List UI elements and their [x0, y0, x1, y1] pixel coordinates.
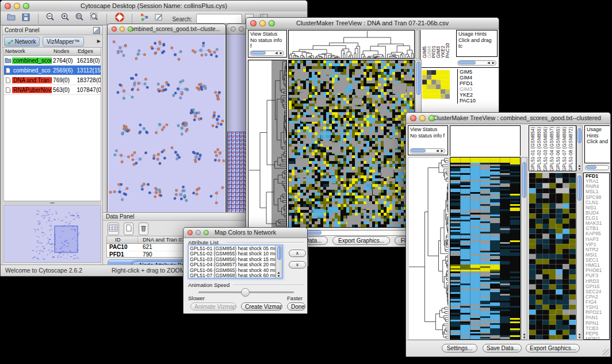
- view-status-hscrollbar[interactable]: ◀ ▶: [410, 148, 445, 154]
- column-label[interactable]: GPL51-04 (GSM857): [549, 127, 556, 171]
- heatmap-dna[interactable]: [288, 60, 415, 228]
- mini-heatmap[interactable]: [422, 70, 450, 99]
- column-dendrogram[interactable]: [288, 30, 415, 59]
- network-canvas-1[interactable]: [108, 35, 225, 212]
- row-dendrogram[interactable]: [248, 60, 287, 228]
- gene-list-vscrollbar[interactable]: ▲▼: [576, 173, 583, 340]
- tab-network[interactable]: Network: [4, 37, 40, 47]
- gene-label[interactable]: PFD1: [460, 81, 500, 86]
- zoom-fit-icon[interactable]: [75, 12, 85, 25]
- column-label[interactable]: PFD1: [431, 30, 435, 58]
- zoom-window-icon[interactable]: [128, 26, 133, 32]
- minimize-icon[interactable]: [419, 115, 426, 121]
- column-label[interactable]: GPL51-08 (GSM872): [568, 127, 575, 171]
- animate-vizmap-button[interactable]: Animate Vizmap: [190, 302, 236, 311]
- tab-vizmapper[interactable]: VizMapper™: [43, 37, 84, 47]
- zoom-window-icon[interactable]: [429, 115, 435, 121]
- network-name[interactable]: DNA and Tran 07: [12, 77, 52, 83]
- gene-label[interactable]: PAC10: [460, 98, 500, 104]
- table-grid-icon[interactable]: [108, 223, 119, 235]
- done-button[interactable]: Done: [287, 302, 305, 311]
- column-label[interactable]: GPL51-06 (GSM865): [556, 127, 562, 171]
- main-titlebar[interactable]: Cytoscape Desktop (Session Name: collins…: [1, 1, 307, 12]
- column-label[interactable]: GIM4: [426, 30, 431, 58]
- search-input[interactable]: [196, 14, 242, 24]
- close-icon[interactable]: [112, 26, 117, 32]
- column-label[interactable]: YKE2: [440, 30, 445, 58]
- usage-hints-hscrollbar[interactable]: ◀ ▶: [457, 60, 496, 66]
- attribute-listbox[interactable]: GPL51-01 (GSM854) heat shock 05 minGPL51…: [188, 245, 282, 278]
- close-icon[interactable]: [5, 3, 11, 9]
- heatmap-combined-vscrollbar[interactable]: ▲▼: [521, 157, 527, 340]
- network-row[interactable]: combined_scores2764(0)16218(0): [4, 56, 101, 66]
- column-tree-scroll-strip[interactable]: [415, 30, 419, 59]
- export-graphics-button[interactable]: Export Graphics...: [526, 344, 580, 352]
- map-colors-titlebar[interactable]: Map Colors to Network: [183, 228, 307, 238]
- view-status-hscrollbar[interactable]: ◀ ▶: [250, 51, 284, 56]
- network-name[interactable]: combined_sco: [12, 67, 52, 74]
- close-icon[interactable]: [410, 115, 416, 121]
- zoom-window-icon[interactable]: [204, 230, 209, 235]
- gene-label[interactable]: GIM4: [460, 75, 500, 81]
- zoom-window-icon[interactable]: [23, 3, 29, 9]
- column-label[interactable]: GPL51-02 (GSM855): [537, 127, 543, 171]
- column-label[interactable]: GIM3: [435, 30, 440, 58]
- zoom-in-icon[interactable]: [60, 12, 70, 25]
- panel-splitter[interactable]: [3, 201, 101, 204]
- tab-overflow-arrow[interactable]: ▶: [97, 36, 101, 46]
- heatmap-combined[interactable]: [450, 157, 521, 340]
- network-row[interactable]: RNAPuberNov2+I563(0)107847(0): [4, 85, 101, 95]
- save-icon[interactable]: [21, 12, 30, 25]
- network-window-1-titlebar[interactable]: combined_scores_good.txt--cluste...: [108, 24, 225, 35]
- close-icon[interactable]: [188, 230, 193, 235]
- export-graphics-button[interactable]: Export Graphics...: [332, 236, 390, 245]
- zoom-selected-icon[interactable]: [90, 12, 100, 25]
- column-labels-vscrollbar[interactable]: ▲▼: [576, 125, 583, 171]
- move-up-button[interactable]: ∧: [289, 250, 306, 257]
- network-row[interactable]: DNA and Tran 07769(0)183728(0): [4, 75, 101, 85]
- col-id[interactable]: ID: [107, 236, 138, 243]
- minimize-icon[interactable]: [120, 26, 125, 32]
- network-row[interactable]: combined_sco2569(6)13112(15): [4, 66, 101, 75]
- trash-icon[interactable]: [139, 223, 148, 235]
- zoom-out-icon[interactable]: [45, 12, 55, 25]
- attribute-list-vscrollbar[interactable]: ▲▼: [276, 246, 282, 278]
- float-panel-icon[interactable]: [93, 27, 100, 34]
- minimize-icon[interactable]: [239, 26, 244, 32]
- row-dendrogram[interactable]: [408, 157, 449, 340]
- zoom-window-icon[interactable]: [269, 20, 275, 26]
- attribute-list-item[interactable]: GPL51-07 (GSM868) heat shock 60 min: [190, 273, 281, 278]
- network-window-1[interactable]: combined_scores_good.txt--cluste...: [107, 24, 226, 212]
- minimize-icon[interactable]: [259, 20, 266, 26]
- treeview-combined-titlebar[interactable]: ClusterMaker TreeView : combined_scores_…: [406, 113, 610, 124]
- close-icon[interactable]: [231, 26, 236, 32]
- save-data-button[interactable]: Save Data...: [483, 344, 522, 352]
- col-edges[interactable]: Edges: [76, 48, 101, 55]
- gene-label[interactable]: YKE2: [460, 92, 500, 98]
- column-label[interactable]: PAC10: [445, 30, 449, 58]
- close-icon[interactable]: [250, 20, 257, 26]
- column-label[interactable]: GIM5: [422, 30, 426, 58]
- network-name[interactable]: RNAPuberNov2+I: [12, 87, 52, 93]
- animation-speed-slider-thumb[interactable]: [241, 288, 250, 297]
- new-doc-icon[interactable]: [124, 223, 133, 235]
- column-label[interactable]: GPL51-07 (GSM868): [562, 127, 568, 171]
- create-vizmap-button[interactable]: Create Vizmap: [241, 302, 282, 311]
- col-nodes[interactable]: Nodes: [52, 48, 76, 55]
- column-label[interactable]: GPL51-03 (GSM856): [543, 127, 549, 171]
- minimize-icon[interactable]: [196, 230, 201, 235]
- column-label[interactable]: GPL51-01 (GSM854): [530, 127, 537, 171]
- zoom-heatmap-panel[interactable]: [529, 173, 576, 340]
- gene-label[interactable]: GIM5: [460, 69, 500, 75]
- resize-grip[interactable]: [603, 349, 610, 356]
- settings-button[interactable]: Settings...: [442, 344, 477, 352]
- minimize-icon[interactable]: [14, 3, 20, 9]
- col-network[interactable]: Network: [4, 48, 52, 55]
- gene-label[interactable]: GIM3: [460, 86, 500, 92]
- network-name[interactable]: combined_scores: [12, 58, 52, 64]
- network-overview[interactable]: [3, 205, 101, 263]
- open-folder-icon[interactable]: [6, 12, 17, 25]
- move-down-button[interactable]: ∨: [289, 261, 306, 269]
- treeview-dna-titlebar[interactable]: ClusterMaker TreeView : DNA and Tran 07-…: [246, 18, 499, 29]
- usage-hints-hscrollbar[interactable]: [585, 165, 609, 170]
